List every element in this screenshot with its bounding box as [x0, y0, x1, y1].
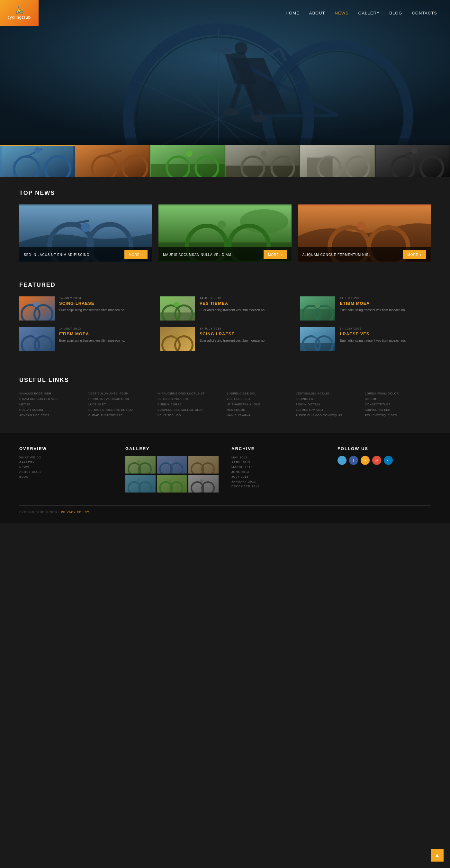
link-3-1[interactable]: IN FAUCIBUS ORCI LUCTUS ET — [158, 392, 223, 396]
featured-info-4: 14 JULY 2013 ETIBM MOEA Euer adipi scing… — [59, 327, 150, 343]
archive-links: MAY 2013 APRIL 2013 MARCH 2013 JUNE 2013… — [231, 456, 325, 488]
privacy-policy-link[interactable]: PRIVACY POLICY — [61, 510, 89, 514]
nav-about[interactable]: ABOUT — [309, 10, 325, 16]
thumb-1[interactable] — [0, 145, 75, 177]
featured-item-5[interactable]: 14 JULY 2013 SCING LRAESE Euer adipi sci… — [160, 327, 291, 351]
thumb-3[interactable] — [150, 145, 225, 177]
archive-july-2013[interactable]: JULY 2013 — [231, 475, 325, 478]
footer-link-blog[interactable]: BLOG — [19, 475, 112, 478]
news-more-2[interactable]: MORE — [264, 250, 287, 259]
featured-item-4[interactable]: 14 JULY 2013 ETIBM MOEA Euer adipi scing… — [19, 327, 150, 351]
nav-contacts[interactable]: CONTACTS — [412, 10, 437, 16]
link-6-1[interactable]: LOREM IPSUM DOLOR — [365, 392, 431, 396]
link-3-2[interactable]: ULTRICES POSUERE — [158, 397, 223, 401]
link-6-5[interactable]: PELLENTESQUE SED — [365, 413, 431, 417]
link-4-5[interactable]: NAM ELIT AGNA — [227, 413, 292, 417]
news-more-3[interactable]: MORE — [403, 250, 426, 259]
thumb-5-img — [300, 145, 375, 177]
link-3-3[interactable]: CUBILIA CURAE — [158, 403, 223, 406]
linkedin-icon[interactable]: in — [384, 456, 393, 465]
link-5-5[interactable]: FUSCE EUISMOD CONSEQUAT — [296, 413, 362, 417]
gallery-thumb-1[interactable] — [125, 456, 156, 473]
google-plus-icon[interactable]: g+ — [372, 456, 381, 465]
link-2-2[interactable]: PRIMIS IN FAUCIBUS ORCI — [88, 397, 154, 401]
featured-item-2[interactable]: 14 JULY 2013 VES TIBMEA Euer adipi scing… — [160, 297, 291, 320]
featured-thumb-6 — [300, 327, 335, 351]
link-3-5[interactable]: VELIT SED LEO — [158, 413, 223, 417]
news-grid: SED IN LACUS UT ENIM ADIPISCING MORE MAU… — [19, 205, 431, 262]
featured-thumb-5 — [160, 327, 195, 351]
link-6-2[interactable]: SIT AMET — [365, 397, 431, 401]
gallery-thumb-6[interactable] — [188, 475, 219, 493]
link-2-3[interactable]: LUCTUS ET — [88, 403, 154, 406]
archive-april-2013[interactable]: APRIL 2013 — [231, 461, 325, 464]
thumbnail-strip — [0, 145, 450, 177]
link-4-4[interactable]: NEC AUGUE — [227, 408, 292, 412]
nav-blog[interactable]: BLOG — [389, 10, 402, 16]
thumb-2[interactable] — [75, 145, 150, 177]
featured-info-3: 14 JULY 2013 ETIBM MOEA Euer adipi scing… — [340, 297, 431, 312]
twitter-icon[interactable]: 🐦 — [338, 456, 347, 465]
thumb-4[interactable] — [225, 145, 300, 177]
featured-desc-4: Euer adipi scing traesent ves tibm moeac… — [59, 338, 150, 343]
link-1-5[interactable]: AENEAN NEC EROS — [19, 413, 85, 417]
link-5-4[interactable]: ELEMENTUM VELIT — [296, 408, 362, 412]
footer-link-gallery[interactable]: GALLERY — [19, 461, 112, 464]
link-1-3[interactable]: METUS — [19, 403, 85, 406]
link-2-4[interactable]: ULTRICES POSUERE CUBILIA — [88, 408, 154, 412]
link-4-2[interactable]: VELIT SED LEO — [227, 397, 292, 401]
featured-item-1[interactable]: 14 JULY 2013 SCING LRAESE Euer adipi sci… — [19, 297, 150, 320]
nav-gallery[interactable]: GALLERY — [358, 10, 380, 16]
news-card-3[interactable]: ALIQUAM CONGUE FERMENTUM NISL MORE — [298, 205, 431, 262]
news-label-3: ALIQUAM CONGUE FERMENTUM NISL MORE — [298, 247, 431, 262]
link-4-1[interactable]: SUSPENDISSE SOL — [227, 392, 292, 396]
nav-news[interactable]: NEWS — [335, 10, 349, 16]
links-col-1: VIVAMUS EGET NIBH ETIAM CURSUS LEO VEL M… — [19, 392, 85, 417]
gallery-thumb-2[interactable] — [157, 456, 187, 473]
footer-link-what-we-do[interactable]: WHAT WE DO — [19, 456, 112, 459]
link-3-4[interactable]: SUSPENDISSE SOLLICITUDIN — [158, 408, 223, 412]
link-2-5[interactable]: CURAE SUSPENDISSE — [88, 413, 154, 417]
link-1-2[interactable]: ETIAM CURSUS LEO VEL — [19, 397, 85, 401]
link-5-1[interactable]: VESTIBULUM IACULIS — [296, 392, 362, 396]
featured-item-3[interactable]: 14 JULY 2013 ETIBM MOEA Euer adipi scing… — [300, 297, 431, 320]
archive-december-2012[interactable]: DECEMBER 2012 — [231, 485, 325, 488]
link-2-1[interactable]: VESTIBULUM ANTE IPSUM — [88, 392, 154, 396]
archive-june-2013[interactable]: JUNE 2013 — [231, 470, 325, 473]
link-5-3[interactable]: PRIOIN DICTUM — [296, 403, 362, 406]
featured-item-6[interactable]: 14 JULY 2013 LRAESE VES Euer adipi scing… — [300, 327, 431, 351]
facebook-icon[interactable]: f — [349, 456, 358, 465]
footer-link-news[interactable]: NEWS — [19, 465, 112, 469]
featured-desc-5: Euer adipi scing traesent ves tibm moeac… — [200, 338, 291, 343]
top-news-title: TOP NEWS — [19, 190, 431, 196]
link-4-3[interactable]: UT PHARETRA AUGUE — [227, 403, 292, 406]
gallery-thumb-5[interactable] — [157, 475, 187, 493]
featured-title-6: LRAESE VES — [340, 332, 431, 336]
main-nav: HOME ABOUT NEWS GALLERY BLOG CONTACTS — [39, 10, 450, 16]
logo[interactable]: 🚴 cyclingclub — [0, 0, 39, 26]
archive-march-2013[interactable]: MARCH 2013 — [231, 465, 325, 469]
featured-info-2: 14 JULY 2013 VES TIBMEA Euer adipi scing… — [200, 297, 291, 312]
link-5-2[interactable]: LACINIA EST — [296, 397, 362, 401]
link-6-3[interactable]: CONSECTETUER — [365, 403, 431, 406]
archive-may-2013[interactable]: MAY 2013 — [231, 456, 325, 459]
featured-info-1: 14 JULY 2013 SCING LRAESE Euer adipi sci… — [59, 297, 150, 312]
rss-icon[interactable]: ✦ — [361, 456, 369, 465]
link-1-1[interactable]: VIVAMUS EGET NIBH — [19, 392, 85, 396]
nav-home[interactable]: HOME — [286, 10, 299, 16]
gallery-thumb-3[interactable] — [188, 456, 219, 473]
news-card-2[interactable]: MAURIS ACCUMSAN NULLA VEL DIAM MORE — [158, 205, 291, 262]
footer-link-about-club[interactable]: ABOUT CLUB — [19, 470, 112, 473]
archive-january-2013[interactable]: JANUARY 2013 — [231, 480, 325, 483]
featured-thumb-3 — [300, 297, 335, 320]
link-6-4[interactable]: ADIPISCING ELIT — [365, 408, 431, 412]
link-1-4[interactable]: NULLA FACILISI — [19, 408, 85, 412]
footer-archive-title: ARCHIVE — [231, 446, 325, 451]
footer-grid: OVERVIEW WHAT WE DO GALLERY NEWS ABOUT C… — [19, 446, 431, 493]
logo-icon: 🚴 — [15, 6, 24, 14]
gallery-thumb-4[interactable] — [125, 475, 156, 493]
news-card-1[interactable]: SED IN LACUS UT ENIM ADIPISCING MORE — [19, 205, 152, 262]
news-more-1[interactable]: MORE — [124, 250, 148, 259]
thumb-6[interactable] — [375, 145, 450, 177]
thumb-5[interactable] — [300, 145, 375, 177]
